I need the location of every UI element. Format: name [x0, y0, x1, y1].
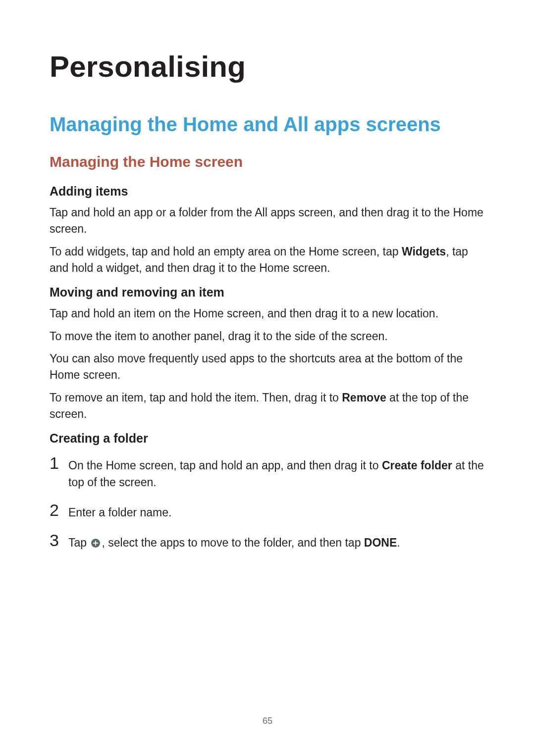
body-text: You can also move frequently used apps t… [50, 351, 485, 384]
bold-term-widgets: Widgets [402, 245, 446, 258]
step-item: 1 On the Home screen, tap and hold an ap… [50, 454, 485, 491]
step-text: On the Home screen, tap and hold an app,… [68, 454, 485, 491]
ordered-steps: 1 On the Home screen, tap and hold an ap… [50, 454, 485, 551]
text-fragment: Tap [68, 536, 90, 549]
step-number: 1 [50, 454, 68, 471]
body-text: To move the item to another panel, drag … [50, 328, 485, 345]
bold-term-create-folder: Create folder [382, 459, 452, 472]
topic-heading-creating-folder: Creating a folder [50, 431, 485, 446]
body-text: Tap and hold an item on the Home screen,… [50, 305, 485, 322]
plus-circle-icon [91, 538, 101, 548]
text-fragment: , select the apps to move to the folder,… [102, 536, 364, 549]
topic-heading-adding-items: Adding items [50, 184, 485, 199]
text-fragment: To add widgets, tap and hold an empty ar… [50, 245, 402, 258]
section-heading: Managing the Home and All apps screens [50, 113, 485, 136]
bold-term-done: DONE [364, 536, 397, 549]
subsection-heading: Managing the Home screen [50, 153, 485, 170]
step-item: 3 Tap , select the apps to move to the f… [50, 532, 485, 551]
step-item: 2 Enter a folder name. [50, 502, 485, 521]
icon-plus-h [93, 543, 98, 544]
text-fragment: . [397, 536, 400, 549]
text-fragment: To remove an item, tap and hold the item… [50, 391, 342, 404]
bold-term-remove: Remove [342, 391, 386, 404]
text-fragment: On the Home screen, tap and hold an app,… [68, 459, 382, 472]
step-text: Tap , select the apps to move to the fol… [68, 532, 400, 551]
body-text: Tap and hold an app or a folder from the… [50, 204, 485, 238]
step-number: 2 [50, 502, 68, 518]
document-page: Personalising Managing the Home and All … [0, 0, 535, 756]
body-text: To add widgets, tap and hold an empty ar… [50, 244, 485, 277]
step-number: 3 [50, 532, 68, 549]
body-text: To remove an item, tap and hold the item… [50, 390, 485, 423]
step-text: Enter a folder name. [68, 502, 171, 521]
topic-heading-moving-removing: Moving and removing an item [50, 285, 485, 300]
page-number: 65 [0, 716, 535, 726]
page-title: Personalising [50, 50, 485, 84]
